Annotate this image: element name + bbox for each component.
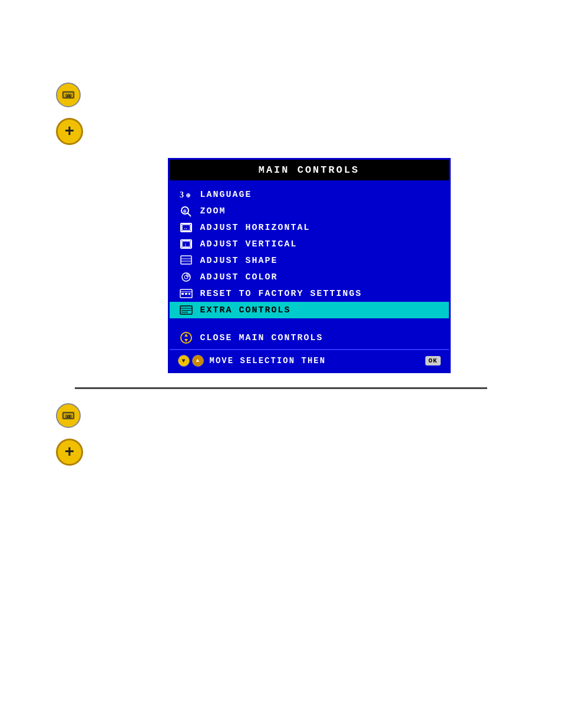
adjust-horizontal-label: ADJUST HORIZONTAL [200, 223, 310, 233]
svg-text:⊕: ⊕ [183, 209, 187, 215]
shape-icon [178, 254, 194, 267]
menu-divider [170, 322, 449, 327]
menu-item-adjust-color[interactable]: ADJUST COLOR [170, 269, 449, 285]
osd-footer: ▼ ▲ MOVE SELECTION THEN OK [170, 349, 449, 371]
section-divider [75, 387, 487, 389]
svg-rect-18 [181, 293, 184, 295]
adjust-vertical-label: ADJUST VERTICAL [200, 239, 297, 249]
menu-item-zoom[interactable]: ⊕ ZOOM [170, 203, 449, 219]
adjust-shape-label: ADJUST SHAPE [200, 256, 278, 266]
top-oad-inner: OAD [62, 91, 75, 99]
menu-item-adjust-horizontal[interactable]: ↔ ADJUST HORIZONTAL [170, 219, 449, 236]
bottom-section: OAD + [0, 403, 562, 479]
svg-marker-27 [184, 339, 188, 342]
zoom-icon: ⊕ [178, 205, 194, 218]
osd-title: MAIN CONTROLS [170, 160, 449, 180]
adjust-color-label: ADJUST COLOR [200, 272, 278, 282]
svg-text:↕: ↕ [184, 242, 188, 248]
vertical-icon: ↕ [178, 238, 194, 251]
top-section: OAD + [0, 0, 562, 158]
extra-controls-label: EXTRA CONTROLS [200, 305, 291, 315]
svg-line-5 [187, 213, 191, 216]
language-icon: 3 ⊕ [178, 188, 194, 201]
close-main-icon [178, 331, 194, 344]
svg-rect-11 [181, 256, 191, 264]
footer-down-icon: ▼ [178, 355, 190, 367]
top-oad-icon: OAD [56, 83, 81, 107]
extra-icon [178, 304, 194, 317]
svg-text:↔: ↔ [184, 226, 188, 232]
svg-rect-20 [189, 293, 190, 295]
color-icon [178, 271, 194, 284]
reset-factory-label: RESET TO FACTORY SETTINGS [200, 289, 362, 299]
page-wrapper: OAD + MAIN CONTROLS 3 ⊕ LANGUAGE [0, 0, 562, 728]
reset-icon [178, 287, 194, 300]
menu-item-language[interactable]: 3 ⊕ LANGUAGE [170, 186, 449, 203]
horizontal-icon: ↔ [178, 221, 194, 234]
osd-menu: MAIN CONTROLS 3 ⊕ LANGUAGE [168, 158, 451, 373]
footer-up-icon: ▲ [192, 355, 204, 367]
menu-item-reset-factory[interactable]: RESET TO FACTORY SETTINGS [170, 285, 449, 302]
svg-rect-19 [185, 293, 187, 295]
language-label: LANGUAGE [200, 190, 252, 200]
svg-text:OAD: OAD [65, 94, 71, 98]
bottom-oad-icon: OAD [56, 403, 81, 428]
footer-nav-icons: ▼ ▲ [178, 355, 204, 367]
footer-label: MOVE SELECTION THEN [210, 356, 420, 365]
menu-item-extra-controls[interactable]: EXTRA CONTROLS [170, 302, 449, 318]
menu-item-adjust-vertical[interactable]: ↕ ADJUST VERTICAL [170, 236, 449, 252]
close-main-label: CLOSE MAIN CONTROLS [200, 333, 323, 343]
zoom-label: ZOOM [200, 206, 226, 216]
bottom-plus-icon: + [56, 439, 83, 466]
bottom-oad-inner: OAD [62, 411, 75, 420]
menu-item-adjust-shape[interactable]: ADJUST SHAPE [170, 252, 449, 269]
osd-close-section[interactable]: CLOSE MAIN CONTROLS [170, 327, 449, 349]
svg-text:3: 3 [180, 190, 185, 199]
svg-text:⊕: ⊕ [186, 192, 191, 199]
top-plus-icon: + [56, 118, 83, 145]
osd-items: 3 ⊕ LANGUAGE ⊕ ZOOM [170, 180, 449, 322]
svg-marker-26 [184, 334, 188, 337]
ok-badge: OK [425, 356, 440, 365]
svg-text:OAD: OAD [65, 414, 71, 419]
